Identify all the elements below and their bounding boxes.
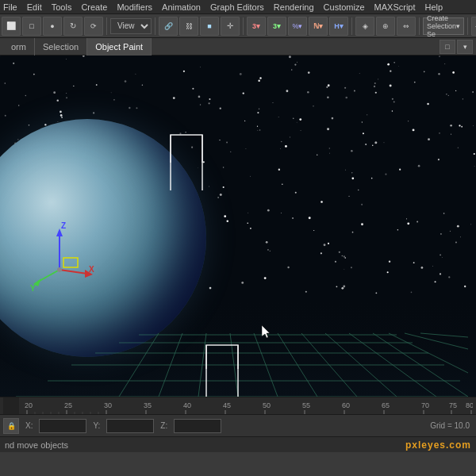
y-label: Y: [91,421,102,430]
svg-text:40: 40 [183,401,191,409]
svg-text:70: 70 [421,401,429,409]
svg-text:Y: Y [30,284,36,293]
svg-text:45: 45 [223,401,231,409]
menu-graph-editors[interactable]: Graph Editors [210,2,264,12]
svg-text:80: 80 [466,401,473,409]
timeline-ticks: 20 25 30 35 40 45 50 55 60 65 70 75 80 [3,397,473,415]
bottom-statusbar: nd move objects pxleyes.com [0,436,476,452]
svg-text:35: 35 [144,401,152,409]
svg-text:20: 20 [25,401,33,409]
menu-create[interactable]: Create [81,2,107,12]
snap2-btn[interactable]: ⊕ [376,17,395,36]
menu-tools[interactable]: Tools [52,2,72,12]
sep1 [106,17,107,35]
sep2 [155,17,155,35]
select-btn[interactable] [2,17,21,36]
scale-btn[interactable]: ⟳ [84,17,103,36]
n-btn[interactable]: ℕ▾ [309,17,328,36]
sep3 [243,17,244,35]
percent-btn[interactable]: %▾ [288,17,307,36]
menu-help[interactable]: Help [425,2,443,12]
num3-btn[interactable]: 3▾ [247,17,266,36]
modebar: orm Selection Object Paint □ ▾ [0,38,476,56]
num3b-btn[interactable]: 3▾ [267,17,286,36]
menu-modifiers[interactable]: Modifiers [117,2,152,12]
svg-text:25: 25 [64,401,72,409]
grid-info: Grid = 10.0 [430,421,473,430]
move-btn[interactable] [221,17,240,36]
bind-btn[interactable]: ■ [200,17,219,36]
sep4 [351,17,352,35]
circle-select-btn[interactable] [43,17,62,36]
menu-animation[interactable]: Animation [162,2,201,12]
watermark: pxleyes.com [405,440,471,451]
svg-point-28 [57,267,62,272]
svg-text:65: 65 [382,401,390,409]
unlink-btn[interactable]: ⛓ [179,17,198,36]
axis-gizmo: Z Y X [24,214,103,294]
z-label: Z: [159,421,169,430]
rotate-btn[interactable] [63,17,83,36]
svg-text:50: 50 [263,401,271,409]
snap-btn[interactable]: ◈ [355,17,374,36]
sep5 [419,17,420,35]
chevron-icon: ▾ [456,22,460,30]
menu-maxscript[interactable]: MAXScript [374,2,416,12]
svg-line-25 [60,270,87,274]
svg-text:X: X [89,265,94,274]
menu-rendering[interactable]: Rendering [274,2,314,12]
svg-text:30: 30 [104,401,112,409]
mode-tab-form[interactable]: orm [3,38,35,56]
link-btn[interactable]: 🔗 [159,17,178,36]
selection-field[interactable]: Create Selection Se ▾ [423,17,464,35]
svg-text:75: 75 [449,401,457,409]
svg-line-22 [38,270,60,282]
view-dropdown[interactable]: View [110,18,152,34]
svg-text:60: 60 [342,401,350,409]
viewport[interactable]: Z Y X [0,56,476,397]
mode-tab-selection[interactable]: Selection [35,38,87,56]
statusbar: 🔒 X: Y: Z: Grid = 10.0 [0,414,476,436]
menu-customize[interactable]: Customize [324,2,365,12]
menubar: File Edit Tools Create Modifiers Animati… [0,0,476,14]
status-text: nd move objects [5,440,68,450]
y-input[interactable] [106,419,154,433]
svg-rect-31 [3,397,473,415]
svg-text:55: 55 [302,401,310,409]
status-icons: 🔒 [3,418,19,434]
toolbar: □ ⟳ View 🔗 ⛓ ■ 3▾ 3▾ %▾ ℕ▾ H▾ ◈ ⊕ ⇔ Crea… [0,14,476,38]
timeline[interactable]: 20 25 30 35 40 45 50 55 60 65 70 75 80 [0,397,476,414]
mirror-btn[interactable]: ⇔ [397,17,416,36]
sep6 [467,17,468,35]
x-label: X: [24,421,34,430]
svg-rect-29 [63,258,78,267]
lock-icon-btn[interactable]: 🔒 [3,418,19,434]
menu-edit[interactable]: Edit [27,2,42,12]
rect-select-btn[interactable]: □ [22,17,41,36]
x-input[interactable] [39,419,86,433]
svg-rect-32 [3,397,19,415]
z-input[interactable] [174,419,221,433]
mode-icon-2[interactable]: ▾ [457,40,473,54]
h-btn[interactable]: H▾ [329,17,348,36]
mode-icon-1[interactable]: □ [440,40,455,54]
toolbar-extra1[interactable]: ◀◀ [471,17,476,36]
menu-file[interactable]: File [3,2,17,12]
mode-tab-objectpaint[interactable]: Object Paint [87,38,152,56]
svg-text:Z: Z [61,221,66,230]
